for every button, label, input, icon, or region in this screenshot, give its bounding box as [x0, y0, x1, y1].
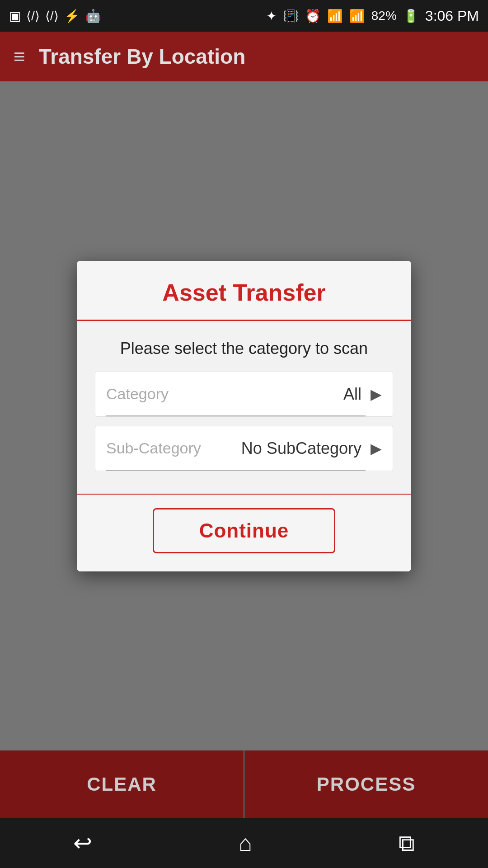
category-dropdown[interactable]: Category All ▶: [95, 372, 393, 417]
status-bar: ▣ ⟨/⟩ ⟨/⟩ ⚡ 🤖 ✦ 📳 ⏰ 📶 📶 82% 🔋 3:06 PM: [0, 0, 488, 32]
navigation-bar: ↩ ⌂ ⧉: [0, 818, 488, 868]
back-button[interactable]: ↩: [73, 830, 92, 856]
process-button-label: PROCESS: [317, 774, 416, 795]
subcategory-label: Sub-Category: [106, 439, 201, 457]
screen-icon: ▣: [9, 9, 21, 24]
modal-footer: Continue: [77, 494, 411, 571]
subcategory-value: No SubCategory: [241, 439, 361, 458]
bottom-action-bar: CLEAR PROCESS: [0, 750, 488, 818]
recents-button[interactable]: ⧉: [399, 830, 415, 857]
asset-transfer-modal: Asset Transfer Please select the categor…: [77, 261, 411, 571]
subcategory-arrow-icon: ▶: [371, 440, 382, 457]
time-display: 3:06 PM: [425, 8, 479, 24]
page-title: Transfer By Location: [39, 44, 246, 69]
app-header: ≡ Transfer By Location: [0, 32, 488, 81]
modal-instruction: Please select the category to scan: [95, 339, 393, 358]
main-content: Asset Transfer Please select the categor…: [0, 81, 488, 750]
signal-icon: 📶: [349, 9, 365, 24]
process-button[interactable]: PROCESS: [244, 750, 488, 818]
code-icon: ⟨/⟩: [26, 9, 40, 24]
clear-button-label: CLEAR: [87, 774, 157, 795]
category-arrow-icon: ▶: [371, 386, 382, 403]
modal-header: Asset Transfer: [77, 261, 411, 321]
clear-button[interactable]: CLEAR: [0, 750, 244, 818]
modal-body: Please select the category to scan Categ…: [77, 321, 411, 494]
android-icon: 🤖: [85, 9, 101, 24]
code2-icon: ⟨/⟩: [45, 9, 59, 24]
usb-icon: ⚡: [64, 9, 80, 24]
category-label: Category: [106, 385, 169, 403]
wifi-icon: 📶: [327, 9, 343, 24]
subcategory-dropdown[interactable]: Sub-Category No SubCategory ▶: [95, 426, 393, 471]
alarm-icon: ⏰: [305, 9, 321, 24]
hamburger-icon[interactable]: ≡: [14, 45, 25, 68]
category-value: All: [343, 385, 361, 404]
battery-icon: 🔋: [403, 9, 419, 24]
subcategory-underline: [106, 470, 366, 471]
status-bar-left: ▣ ⟨/⟩ ⟨/⟩ ⚡ 🤖: [9, 9, 101, 24]
subcategory-value-container: No SubCategory ▶: [241, 439, 382, 458]
category-underline: [106, 415, 366, 416]
vibrate-icon: 📳: [283, 9, 299, 24]
modal-title: Asset Transfer: [162, 279, 325, 306]
status-bar-right: ✦ 📳 ⏰ 📶 📶 82% 🔋 3:06 PM: [266, 8, 479, 24]
bluetooth-icon: ✦: [266, 9, 277, 24]
continue-button[interactable]: Continue: [153, 508, 336, 553]
battery-text: 82%: [371, 9, 397, 23]
home-button[interactable]: ⌂: [239, 830, 252, 856]
category-value-container: All ▶: [343, 385, 382, 404]
